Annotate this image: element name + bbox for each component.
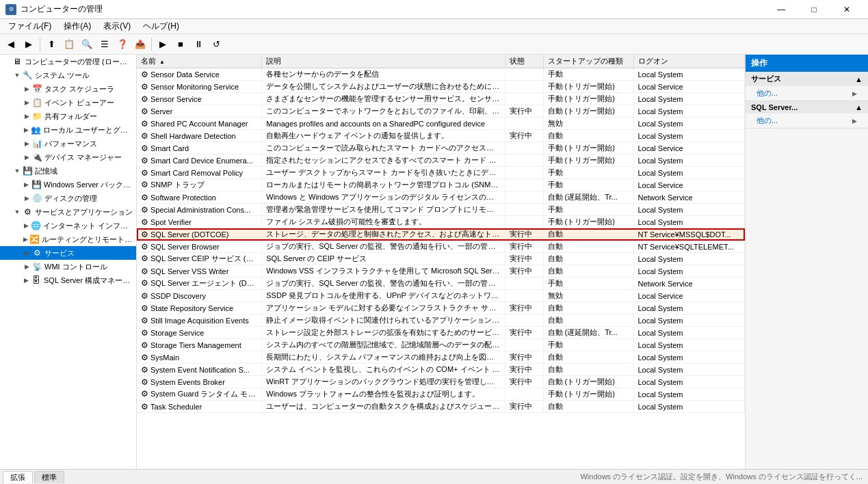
- tree-toggle-10[interactable]: ▶: [22, 193, 31, 203]
- tree-item-11[interactable]: ▼⚙サービスとアプリケーション: [0, 205, 136, 219]
- table-row-14[interactable]: ⚙SQL Server Browserジョブの実行、SQL Server の監視…: [137, 241, 745, 253]
- table-row-23[interactable]: ⚙SysMain長期間にわたり、システム パフォーマンスの維持および向上を図りま…: [137, 351, 745, 364]
- tree-item-5[interactable]: ▶👥ローカル ユーザーとグループ: [0, 123, 136, 137]
- table-row-15[interactable]: ⚙SQL Server CEIP サービス (DO...SQL Server の…: [137, 253, 745, 265]
- table-row-9[interactable]: ⚙SNMP トラップローカルまたはリモートの簡易ネットワーク管理プロトコル (S…: [137, 179, 745, 191]
- tab-extended[interactable]: 拡張: [3, 471, 33, 483]
- tree-toggle-13[interactable]: ▶: [22, 234, 29, 244]
- back-button[interactable]: ◀: [3, 36, 19, 53]
- tab-standard[interactable]: 標準: [34, 471, 64, 483]
- tree-item-0[interactable]: 🖥コンピューターの管理 (ローカル): [0, 55, 136, 68]
- tree-item-7[interactable]: ▶🔌デバイス マネージャー: [0, 150, 136, 164]
- table-row-0[interactable]: ⚙Sensor Data Service各種センサーからのデータを配信手動Loc…: [137, 68, 745, 81]
- tree-toggle-5[interactable]: ▶: [22, 125, 31, 135]
- maximize-button[interactable]: □: [798, 3, 830, 16]
- property-button[interactable]: ☰: [96, 36, 113, 53]
- tree-toggle-1[interactable]: ▼: [12, 70, 22, 80]
- restart-button[interactable]: ↺: [208, 36, 224, 53]
- menu-help[interactable]: ヘルプ(H): [137, 19, 185, 33]
- table-row-26[interactable]: ⚙System Guard ランタイム モニ...Windows プラットフォー…: [137, 388, 745, 401]
- table-row-2[interactable]: ⚙Sensor Serviceさまざまなセンサーの機能を管理するセンサー用サービ…: [137, 93, 745, 105]
- help-button[interactable]: ❓: [114, 36, 131, 53]
- cell-desc-24: システム イベントを監視し、これらのイベントの COM+ イベント システムにサ…: [262, 364, 505, 376]
- table-row-19[interactable]: ⚙State Repository Serviceアプリケーション モデルに対す…: [137, 302, 745, 314]
- tree-item-16[interactable]: ▶🗄SQL Server 構成マネージ...: [0, 273, 136, 287]
- cell-desc-27: ユーザーは、コンピューターの自動タスクを構成およびスケジュールできます。このサー…: [262, 401, 505, 413]
- table-row-4[interactable]: ⚙Shared PC Account ManagerManages profil…: [137, 118, 745, 130]
- cell-startup-26: 手動 (トリガー開始): [543, 388, 633, 401]
- col-header-desc[interactable]: 説明: [262, 55, 505, 68]
- table-row-13[interactable]: ⚙SQL Server (DOTCOE)ストレージ、データの処理と制御されたアク…: [137, 228, 745, 241]
- action-section-sql-title[interactable]: SQL Server... ▲: [746, 101, 868, 113]
- table-row-7[interactable]: ⚙Smart Card Device Enumera...指定されたセッションに…: [137, 154, 745, 167]
- table-row-5[interactable]: ⚙Shell Hardware Detection自動再生ハードウェア イベント…: [137, 130, 745, 142]
- menu-view[interactable]: 表示(V): [98, 19, 136, 33]
- search-button[interactable]: 🔍: [79, 36, 95, 53]
- tree-toggle-16[interactable]: ▶: [22, 275, 31, 285]
- tree-toggle-7[interactable]: ▶: [22, 152, 31, 162]
- table-row-17[interactable]: ⚙SQL Server エージェント (DOTC...ジョブの実行、SQL Se…: [137, 278, 745, 290]
- table-row-20[interactable]: ⚙Still Image Acquisition Events静止イメージ取得イ…: [137, 314, 745, 327]
- table-row-10[interactable]: ⚙Software ProtectionWindows と Windows アプ…: [137, 191, 745, 204]
- col-header-startup[interactable]: スタートアップの種類: [543, 55, 633, 68]
- minimize-button[interactable]: —: [765, 3, 797, 16]
- tree-toggle-8[interactable]: ▼: [12, 166, 22, 176]
- tree-item-6[interactable]: ▶📊パフォーマンス: [0, 137, 136, 150]
- play-button[interactable]: ▶: [155, 36, 171, 53]
- tree-item-9[interactable]: ▶💾Windows Server バックア...: [0, 178, 136, 191]
- table-row-1[interactable]: ⚙Sensor Monitoring Serviceデータを公開してシステムおよ…: [137, 81, 745, 93]
- table-row-11[interactable]: ⚙Special Administration Cons...管理者が緊急管理サ…: [137, 204, 745, 216]
- show-hide-button[interactable]: 📋: [61, 36, 77, 53]
- table-row-22[interactable]: ⚙Storage Tiers Managementシステム内のすべての階層型記憶…: [137, 339, 745, 351]
- table-row-24[interactable]: ⚙System Event Notification S...システム イベント…: [137, 364, 745, 376]
- action-service-other[interactable]: 他の... ▶: [746, 86, 868, 100]
- table-row-16[interactable]: ⚙SQL Server VSS WriterWindows VSS インフラスト…: [137, 265, 745, 278]
- col-header-name[interactable]: 名前 ▲: [137, 55, 262, 68]
- tree-item-1[interactable]: ▼🔧システム ツール: [0, 68, 136, 82]
- tree-item-13[interactable]: ▶🔀ルーティングとリモート アクセ...: [0, 232, 136, 246]
- stop-button[interactable]: ■: [172, 36, 189, 53]
- tree-toggle-12[interactable]: ▶: [22, 221, 31, 230]
- table-row-3[interactable]: ⚙Serverこのコンピューターでネットワークをとおしてのファイル、印刷、および…: [137, 105, 745, 118]
- table-row-8[interactable]: ⚙Smart Card Removal Policyユーザー デスクトップからス…: [137, 167, 745, 179]
- actions-title: 操作: [751, 58, 767, 68]
- tree-item-2[interactable]: ▶📅タスク スケジューラ: [0, 82, 136, 96]
- service-icon-8: ⚙: [141, 168, 148, 178]
- pause-button[interactable]: ⏸: [190, 36, 207, 53]
- tree-toggle-6[interactable]: ▶: [22, 139, 31, 148]
- forward-button[interactable]: ▶: [21, 36, 37, 53]
- tree-toggle-11[interactable]: ▼: [12, 207, 22, 217]
- menu-file[interactable]: ファイル(F): [3, 19, 57, 33]
- tree-toggle-14[interactable]: ▶: [22, 248, 31, 258]
- tree-toggle-15[interactable]: ▶: [22, 262, 31, 271]
- col-header-status[interactable]: 状態: [505, 55, 543, 68]
- action-section-service-title[interactable]: サービス ▲: [746, 72, 868, 86]
- table-row-18[interactable]: ⚙SSDP DiscoverySSDP 発見プロトコルを使用する、UPnP デバ…: [137, 290, 745, 302]
- table-row-25[interactable]: ⚙System Events BrokerWinRT アプリケーションのバックグ…: [137, 376, 745, 388]
- tree-toggle-3[interactable]: ▶: [22, 98, 31, 107]
- action-sql-other[interactable]: 他の... ▶: [746, 113, 868, 128]
- table-row-21[interactable]: ⚙Storage Serviceストレージ設定と外部ストレージの拡張を有効にする…: [137, 327, 745, 339]
- tree-label-1: システム ツール: [35, 70, 90, 81]
- col-header-logon[interactable]: ログオン: [633, 55, 745, 68]
- cell-logon-17: Network Service: [633, 278, 745, 290]
- up-button[interactable]: ⬆: [43, 36, 60, 53]
- close-button[interactable]: ✕: [831, 3, 863, 16]
- tree-toggle-4[interactable]: ▶: [22, 111, 31, 121]
- table-scroll[interactable]: 名前 ▲ 説明 状態 スタートアップの種類 ログオン ⚙Sensor Data …: [137, 55, 745, 469]
- tree-toggle-9[interactable]: ▶: [22, 180, 31, 189]
- tree-toggle-2[interactable]: ▶: [22, 84, 31, 94]
- menu-action[interactable]: 操作(A): [58, 19, 96, 33]
- tree-item-14[interactable]: ▶⚙サービス: [0, 246, 136, 260]
- tree-item-15[interactable]: ▶📡WMI コントロール: [0, 260, 136, 273]
- export-button[interactable]: 📤: [132, 36, 148, 53]
- table-row-6[interactable]: ⚙Smart Cardこのコンピューターで読み取られたスマート カードへのアクセ…: [137, 142, 745, 154]
- tree-item-8[interactable]: ▼💾記憶域: [0, 164, 136, 178]
- tree-item-12[interactable]: ▶🌐インターネット インフォメ...: [0, 219, 136, 232]
- tree-item-3[interactable]: ▶📋イベント ビューアー: [0, 96, 136, 109]
- tree-item-4[interactable]: ▶📁共有フォルダー: [0, 109, 136, 123]
- cell-status-18: [505, 290, 543, 302]
- table-row-27[interactable]: ⚙Task Schedulerユーザーは、コンピューターの自動タスクを構成および…: [137, 401, 745, 413]
- tree-item-10[interactable]: ▶💿ディスクの管理: [0, 191, 136, 205]
- table-row-12[interactable]: ⚙Spot Verifierファイル システム破損の可能性を審査します。手動 (…: [137, 216, 745, 228]
